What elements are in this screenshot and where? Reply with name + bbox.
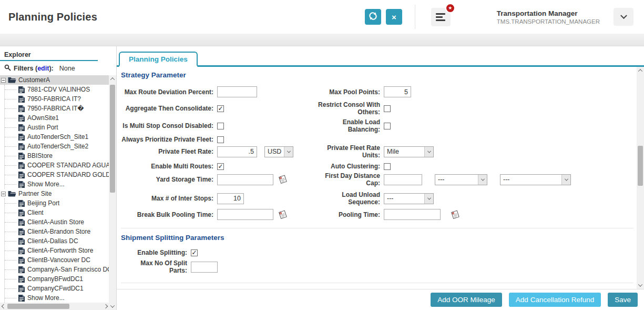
file-icon — [18, 209, 25, 217]
file-icon — [18, 199, 25, 207]
filters-edit-link[interactable]: edit — [37, 65, 49, 72]
explorer-vertical-scrollbar[interactable] — [109, 75, 116, 310]
first-day-distance-cap-label: First Day Distance Cap: — [312, 172, 380, 187]
tree-item-clienta-fortworth-store[interactable]: ClientA-Fortworth Store — [5, 246, 109, 255]
max-pool-points-input[interactable]: 5 — [384, 86, 411, 97]
save-button[interactable]: Save — [608, 293, 638, 307]
tree-item-autotendersch-site1[interactable]: AutoTenderSch_Site1 — [5, 132, 109, 142]
user-role: TMS.TRANSPORTATION_MANAGER — [497, 18, 600, 25]
form-row: Yard Storage Time:First Day Distance Cap… — [121, 172, 637, 187]
private-fleet-rate-select[interactable]: USD — [264, 146, 293, 157]
search-icon — [4, 64, 11, 73]
form-row: Always Prioritize Private Fleet: — [121, 136, 637, 143]
tree-item-clienta-austin-store[interactable]: ClientA-Austin Store — [5, 217, 109, 227]
yard-storage-time-duration-picker-icon[interactable] — [278, 174, 288, 185]
break-bulk-pooling-time-label: Break Bulk Pooling Time: — [121, 211, 213, 218]
tree-item-companya-san-francisco-dc[interactable]: CompanyA-San Francisco DC — [5, 265, 109, 274]
always-prioritize-private-fleet-checkbox[interactable] — [217, 136, 224, 143]
auto-clustering-label: Auto Clustering: — [312, 163, 380, 170]
form-row: Is Multi Stop Consol Disabled:Enable Loa… — [121, 118, 637, 133]
tree-node-customera[interactable]: CustomerA — [0, 75, 109, 85]
tree-item-show-more[interactable]: Show More... — [5, 179, 109, 189]
tree-item-autotendersch-site2[interactable]: AutoTenderSch_Site2 — [5, 142, 109, 151]
break-bulk-pooling-time-duration-picker-icon[interactable] — [278, 209, 288, 220]
max-route-deviation-percent-label: Max Route Deviation Percent: — [121, 88, 213, 96]
max-route-deviation-percent-input[interactable] — [217, 86, 257, 97]
tree-item-cooper-standard-aguas-s[interactable]: COOPER STANDARD AGUAS S — [5, 161, 109, 170]
form-row: Max # of Inter Stops:10Load Unload Seque… — [121, 191, 637, 206]
tree-item-label: AutoTenderSch_Site1 — [27, 133, 88, 141]
tree-item-label: 7950-FABRICA IT� — [27, 105, 84, 112]
tree-item-7881-cdv-valinhos[interactable]: 7881-CDV VALINHOS — [5, 85, 109, 94]
max-of-inter-stops-input[interactable]: 10 — [217, 193, 244, 204]
collapse-icon[interactable] — [1, 78, 6, 83]
top-header: Planning Policies × — [0, 0, 644, 34]
tree-item-companybfwddc1[interactable]: CompanyBFwdDC1 — [5, 274, 109, 284]
pooling-time-duration-picker-icon[interactable] — [450, 209, 461, 220]
first-day-distance-cap-input[interactable] — [384, 174, 422, 185]
tree-item-label: ClientA-Austin Store — [27, 218, 84, 226]
form-scroll-area: Strategy Parameter Max Route Deviation P… — [117, 67, 644, 289]
tree-item-austin-port[interactable]: Austin Port — [5, 123, 109, 132]
tree-item-bbistore[interactable]: BBIStore — [5, 151, 109, 161]
form-row: Aggregate Then Consolidate:✓Restrict Con… — [121, 101, 637, 116]
tree-item-7950-fabrica-it[interactable]: 7950-FABRICA IT� — [5, 104, 109, 113]
tree-item-show-more[interactable]: Show More... — [5, 293, 109, 303]
aggregate-then-consolidate-checkbox[interactable]: ✓ — [217, 105, 224, 112]
tree-item-7950-fabrica-it[interactable]: 7950-FABRICA IT? — [5, 94, 109, 104]
tree-item-clienta-dallas-dc[interactable]: ClientA-Dallas DC — [5, 236, 109, 246]
explorer-horizontal-scrollbar[interactable] — [0, 303, 109, 310]
tree-item-beijing-port[interactable]: Beijing Port — [5, 198, 109, 208]
aggregate-then-consolidate-label: Aggregate Then Consolidate: — [121, 105, 213, 112]
filters-row: Filters (edit): None — [0, 61, 116, 75]
explorer-tree: CustomerA7881-CDV VALINHOS7950-FABRICA I… — [0, 75, 109, 310]
tree-item-label: Beijing Port — [27, 199, 59, 207]
tree-node-partner-site[interactable]: Partner Site — [0, 189, 109, 198]
break-bulk-pooling-time-input[interactable] — [217, 209, 273, 220]
file-icon — [18, 181, 25, 188]
auto-clustering-checkbox[interactable] — [384, 163, 391, 170]
tree-item-label: Client — [27, 209, 44, 216]
tree-item-clientb-vancouver-dc[interactable]: ClientB-Vancouver DC — [5, 255, 109, 265]
tree-item-cooper-standard-goldsb[interactable]: COOPER STANDARD GOLDSB — [5, 170, 109, 179]
enable-multi-routes-checkbox[interactable]: ✓ — [217, 163, 224, 170]
add-cancellation-refund-button[interactable]: Add Cancellation Refund — [509, 293, 601, 307]
tree-item-label: COOPER STANDARD AGUAS S — [27, 162, 109, 169]
add-oor-mileage-button[interactable]: Add OOR Mileage — [431, 293, 502, 307]
max-no-of-split-parts-input[interactable] — [191, 262, 218, 273]
collapse-icon[interactable] — [1, 192, 6, 196]
pooling-time-input[interactable] — [384, 209, 441, 220]
star-icon: ★ — [448, 5, 452, 11]
yard-storage-time-input[interactable] — [217, 174, 273, 185]
user-menu-button[interactable] — [614, 8, 633, 26]
enable-load-balancing-checkbox[interactable] — [384, 123, 391, 129]
tree-item-client[interactable]: Client — [5, 208, 109, 217]
restrict-consol-with-others-checkbox[interactable] — [384, 105, 391, 112]
first-day-distance-cap-select[interactable]: --- — [435, 174, 487, 185]
first-day-distance-cap-select[interactable]: --- — [500, 174, 571, 185]
scroll-right-icon — [104, 304, 108, 308]
tree-item-companycfwddc1[interactable]: CompanyCFwdDC1 — [5, 284, 109, 293]
tree-item-label: CompanyCFwdDC1 — [27, 285, 84, 292]
max-of-inter-stops-label: Max # of Inter Stops: — [121, 195, 213, 202]
section-heading-strategy: Strategy Parameter — [121, 71, 637, 79]
load-unload-sequence-select[interactable]: --- — [384, 193, 434, 204]
tree-item-aownsite1[interactable]: AOwnSite1 — [5, 113, 109, 123]
tree-item-label: AutoTenderSch_Site2 — [27, 143, 88, 150]
tab-planning-policies[interactable]: Planning Policies — [119, 52, 198, 67]
tree-item-clienta-brandon-store[interactable]: ClientA-Brandon Store — [5, 227, 109, 236]
main-vertical-scrollbar[interactable] — [637, 67, 644, 289]
tree-item-label: AOwnSite1 — [27, 114, 59, 122]
private-fleet-rate-units-select[interactable]: Mile — [384, 146, 434, 157]
section-heading-splitting: Shipment Splitting Parameters — [121, 234, 637, 242]
app-window: Planning Policies × — [0, 0, 644, 310]
close-icon: × — [392, 13, 396, 21]
close-button[interactable]: × — [386, 9, 402, 25]
enable-splitting-checkbox[interactable]: ✓ — [191, 249, 198, 256]
is-multi-stop-consol-disabled-checkbox[interactable] — [217, 123, 224, 129]
tree-item-label: 7950-FABRICA IT? — [27, 95, 81, 103]
refresh-button[interactable] — [365, 9, 381, 25]
select-value: USD — [265, 147, 284, 157]
private-fleet-rate-input[interactable]: .5 — [217, 146, 257, 157]
tree-item-label: Show More... — [27, 294, 65, 302]
